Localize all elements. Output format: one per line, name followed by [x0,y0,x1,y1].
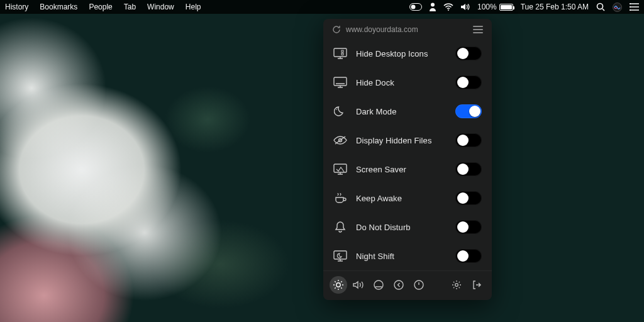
toggle-label: Keep Awake [356,194,447,203]
nightshift-icon [333,249,347,263]
footer-volume-button[interactable] [350,276,367,294]
menubar-item-help[interactable]: Help [186,3,201,11]
bell-icon [333,220,347,234]
svg-rect-11 [341,53,343,55]
switch-do-not-disturb[interactable] [455,220,482,234]
panel-header: www.doyourdata.com [323,19,492,39]
switch-screen-saver[interactable] [455,162,482,176]
refresh-icon[interactable] [332,25,341,34]
footer-exit-button[interactable] [468,276,486,294]
volume-tray-icon[interactable] [461,3,470,11]
svg-point-4 [597,4,603,9]
toggle-row-night-shift[interactable]: Night Shift [323,242,492,270]
dock-icon [333,75,347,89]
desktop-icons-icon [333,47,347,60]
toggle-label: Dark Mode [356,107,447,116]
toggle-label: Night Shift [356,252,447,261]
svg-rect-9 [334,48,347,57]
user-tray-icon[interactable] [430,3,436,11]
switch-hide-desktop-icons[interactable] [455,47,482,60]
footer-back-button[interactable] [390,276,408,294]
footer-display-button[interactable] [370,276,387,294]
menubar-right: 100% Tue 25 Feb 1:50 AM [409,3,639,12]
menubar-left: History Bookmarks People Tab Window Help [5,3,201,11]
switch-night-shift[interactable] [455,249,482,263]
svg-point-1 [411,5,416,9]
menubar-item-people[interactable]: People [89,3,112,11]
toggle-label: Display Hidden Files [356,136,447,145]
toggle-row-hide-desktop-icons[interactable]: Hide Desktop Icons [323,39,492,68]
toggle-label: Hide Desktop Icons [356,49,447,58]
eye-slash-icon [333,133,347,147]
menubar-item-tab[interactable]: Tab [124,3,136,11]
svg-point-17 [374,280,383,289]
toggle-row-display-hidden-files[interactable]: Display Hidden Files [323,126,492,155]
toggle-list: Hide Desktop Icons Hide Dock Dark Mode D… [323,39,492,270]
notifications-tray-icon[interactable] [630,3,639,11]
footer-brightness-button[interactable] [330,276,347,294]
menubar-item-bookmarks[interactable]: Bookmarks [40,3,77,11]
toggle-row-keep-awake[interactable]: Keep Awake [323,184,492,213]
battery-icon [499,4,513,11]
toggle-row-hide-dock[interactable]: Hide Dock [323,68,492,97]
quick-toggles-panel: www.doyourdata.com Hide Desktop Icons Hi… [323,19,492,300]
menubar: History Bookmarks People Tab Window Help… [0,0,644,14]
svg-rect-12 [334,77,347,86]
switch-hide-dock[interactable] [455,75,482,89]
battery-percent-label: 100% [477,3,497,11]
svg-point-7 [630,6,631,8]
siri-icon[interactable] [613,3,622,12]
svg-point-16 [336,283,340,287]
svg-point-6 [630,3,631,4]
wifi-icon[interactable] [443,3,453,11]
battery-status[interactable]: 100% [477,3,513,11]
svg-point-18 [394,280,403,289]
coffee-icon [333,191,347,205]
panel-menu-icon[interactable] [473,26,483,33]
toggle-row-screen-saver[interactable]: Screen Saver [323,155,492,184]
app-tray-icon[interactable] [409,3,422,11]
svg-point-2 [431,3,435,7]
search-icon[interactable] [596,3,605,11]
toggle-label: Screen Saver [356,165,447,174]
toggle-row-dark-mode[interactable]: Dark Mode [323,97,492,126]
toggle-row-do-not-disturb[interactable]: Do Not Disturb [323,213,492,242]
toggle-label: Do Not Disturb [356,223,447,232]
menubar-datetime[interactable]: Tue 25 Feb 1:50 AM [521,3,589,11]
moon-icon [333,104,347,118]
footer-settings-button[interactable] [448,276,465,294]
menubar-item-history[interactable]: History [5,3,28,11]
toggle-label: Hide Dock [356,78,447,87]
switch-keep-awake[interactable] [455,191,482,205]
screensaver-icon [333,162,347,176]
switch-display-hidden-files[interactable] [455,133,482,147]
switch-dark-mode[interactable] [455,104,482,118]
panel-site-label[interactable]: www.doyourdata.com [346,25,418,34]
footer-power-button[interactable] [410,276,428,294]
svg-point-20 [455,284,458,287]
panel-footer [323,270,492,300]
desktop-wallpaper [0,0,644,322]
svg-point-8 [630,9,631,11]
svg-point-3 [448,9,449,11]
menubar-item-window[interactable]: Window [147,3,174,11]
svg-rect-10 [341,50,343,52]
